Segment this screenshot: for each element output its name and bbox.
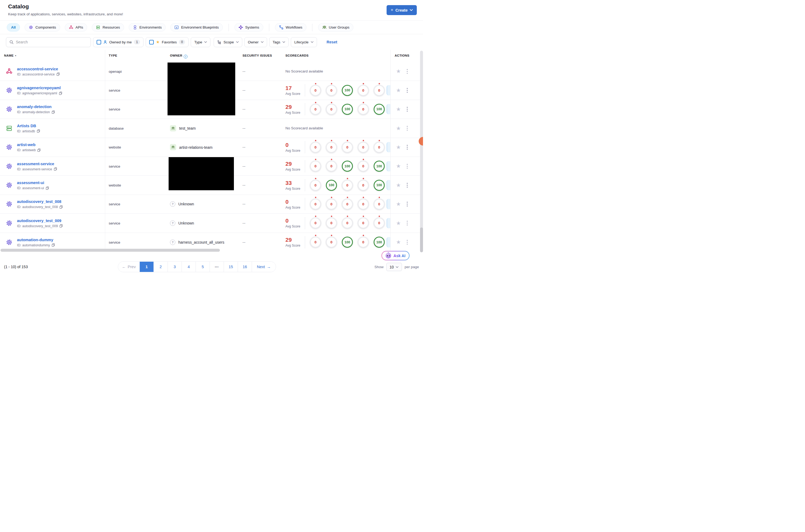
favorite-star-button[interactable]: ★ [396,221,401,226]
scorecard-score[interactable]: 0 [310,236,321,248]
scorecard-score[interactable]: 0 [310,217,321,229]
scorecard-score[interactable]: 0 [310,180,321,191]
more-scorecards-chip[interactable] [387,104,390,114]
scorecard-score[interactable]: 0 [326,198,337,210]
scorecard-score[interactable]: 100 [326,180,337,191]
page-button-2[interactable]: 2 [154,262,168,272]
scorecard-score[interactable]: 0 [342,180,353,191]
entity-name-link[interactable]: automation-dummy [17,238,55,242]
tab-environment-blueprints[interactable]: A Environment Blueprints [170,23,223,32]
favorite-star-button[interactable]: ★ [396,126,401,131]
owner-filter-dropdown[interactable]: Owner [244,37,267,47]
copy-icon[interactable] [37,129,40,133]
copy-icon[interactable] [59,205,63,209]
prev-page-button[interactable]: ←Prev [118,262,140,272]
scorecard-score[interactable]: 100 [373,180,385,191]
tab-all[interactable]: All [7,23,20,32]
scorecard-score[interactable]: 0 [358,236,369,248]
copy-icon[interactable] [52,243,55,247]
favorite-star-button[interactable]: ★ [396,69,401,74]
scorecard-score[interactable]: 100 [342,236,353,248]
scorecard-score[interactable]: 0 [310,85,321,96]
entity-name-link[interactable]: agnivagenericrepoyaml [17,86,62,90]
scorecard-score[interactable]: 0 [326,104,337,115]
info-icon[interactable]: i [184,55,187,58]
copy-icon[interactable] [59,91,62,95]
copy-icon[interactable] [59,224,63,228]
reset-filters-link[interactable]: Reset [327,40,337,44]
more-scorecards-chip[interactable] [387,180,390,190]
more-options-button[interactable] [406,69,408,74]
more-scorecards-chip[interactable] [387,218,390,228]
scorecard-score[interactable]: 0 [358,180,369,191]
page-size-select[interactable]: 10 [386,263,402,271]
horizontal-scrollbar[interactable] [1,249,220,252]
entity-name-link[interactable]: accesscontrol-service [17,66,60,71]
more-scorecards-chip[interactable] [387,85,390,95]
copy-icon[interactable] [45,186,49,190]
owned-by-me-checkbox[interactable] [96,40,101,44]
copy-icon[interactable] [54,167,57,171]
search-input[interactable] [16,40,87,44]
owner-cell[interactable]: ? Unknown [170,221,194,226]
owner-cell[interactable]: ? harness_account_all_users [170,240,224,245]
copy-icon[interactable] [56,73,60,76]
scorecard-score[interactable]: 0 [326,142,337,153]
scorecard-score[interactable]: 0 [373,217,385,229]
favorites-checkbox[interactable] [149,40,154,44]
favorite-star-button[interactable]: ★ [396,164,401,169]
scorecard-score[interactable]: 0 [342,142,353,153]
more-options-button[interactable] [406,201,408,207]
scorecard-score[interactable]: 0 [326,85,337,96]
favorite-star-button[interactable]: ★ [396,183,401,188]
more-scorecards-chip[interactable] [387,142,390,152]
vertical-scrollbar-track[interactable] [420,51,423,252]
scorecard-score[interactable]: 0 [373,85,385,96]
page-button-4[interactable]: 4 [182,262,196,272]
entity-name-link[interactable]: autodiscovery_test_009 [17,218,63,223]
entity-name-link[interactable]: assessment-service [17,162,57,166]
tab-components[interactable]: Components [24,23,60,32]
more-scorecards-chip[interactable] [387,199,390,209]
scorecard-score[interactable]: 0 [358,142,369,153]
scope-filter-dropdown[interactable]: Scope [214,37,242,47]
tab-user-groups[interactable]: User Groups [318,23,354,32]
more-scorecards-chip[interactable] [387,161,390,171]
tags-filter-dropdown[interactable]: Tags [269,37,289,47]
favorite-star-button[interactable]: ★ [396,145,401,150]
scorecard-score[interactable]: 0 [326,217,337,229]
favorite-star-button[interactable]: ★ [396,201,401,207]
owned-by-me-filter[interactable]: Owned by me 1 [93,37,144,47]
entity-name-link[interactable]: autodiscovery_test_008 [17,200,63,204]
copy-icon[interactable] [37,148,41,152]
page-button-1[interactable]: 1 [140,262,154,272]
scorecard-score[interactable]: 0 [358,160,369,172]
scorecard-score[interactable]: 0 [310,104,321,115]
entity-name-link[interactable]: assessment-ui [17,180,49,185]
more-scorecards-chip[interactable] [387,237,390,247]
owner-cell[interactable]: artist-relations-team [170,144,213,150]
scorecard-score[interactable]: 100 [373,104,385,115]
entity-name-link[interactable]: anomaly-detection [17,104,55,109]
scorecard-score[interactable]: 0 [342,217,353,229]
owner-cell[interactable]: test_team [170,125,196,131]
more-options-button[interactable] [406,87,408,93]
favorites-filter[interactable]: ★ Favorites 0 [146,37,188,47]
scorecard-score[interactable]: 0 [358,104,369,115]
vertical-scrollbar-thumb[interactable] [420,227,423,252]
page-button-5[interactable]: 5 [196,262,210,272]
favorite-star-button[interactable]: ★ [396,107,401,112]
scorecard-score[interactable]: 100 [342,85,353,96]
more-options-button[interactable] [406,145,408,150]
scorecard-score[interactable]: 0 [358,217,369,229]
scorecard-score[interactable]: 100 [373,236,385,248]
tab-systems[interactable]: Systems [234,23,263,32]
more-options-button[interactable] [406,125,408,131]
entity-name-link[interactable]: Artists DB [17,124,40,128]
lifecycle-filter-dropdown[interactable]: Lifecycle [291,37,317,47]
scorecard-score[interactable]: 0 [310,142,321,153]
ask-ai-button[interactable]: Ask AI [382,251,409,260]
scorecard-score[interactable]: 0 [310,160,321,172]
more-options-button[interactable] [406,163,408,169]
page-button-15[interactable]: 15 [224,262,238,272]
